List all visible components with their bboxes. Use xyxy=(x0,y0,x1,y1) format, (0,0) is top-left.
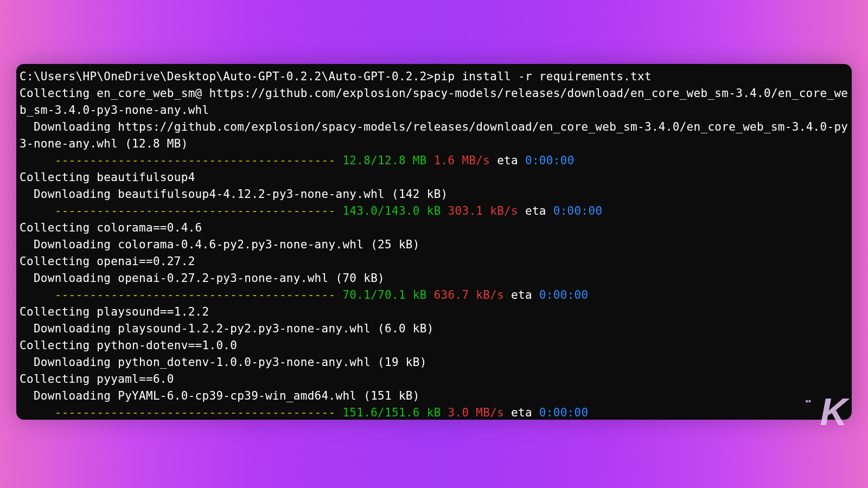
progress-bar: ---------------------------------------- xyxy=(20,204,342,217)
watermark-logo: ·· K xyxy=(820,397,847,427)
progress-speed: 3.0 MB/s xyxy=(448,406,505,419)
progress-speed: 636.7 kB/s xyxy=(434,288,504,301)
prompt-line: C:\Users\HP\OneDrive\Desktop\Auto-GPT-0.… xyxy=(20,68,848,85)
progress-bar: ---------------------------------------- xyxy=(20,154,342,167)
output-line: Downloading PyYAML-6.0-cp39-cp39-win_amd… xyxy=(20,388,848,404)
eta-label: eta xyxy=(511,288,532,301)
output-line: Collecting playsound==1.2.2 xyxy=(20,304,848,320)
progress-line: ----------------------------------------… xyxy=(20,404,848,420)
output-line: Downloading python_dotenv-1.0.0-py3-none… xyxy=(20,354,848,371)
output-line: Collecting openai==0.27.2 xyxy=(20,253,848,270)
progress-speed: 303.1 kB/s xyxy=(448,204,518,217)
progress-eta: 0:00:00 xyxy=(553,204,603,217)
output-line: Collecting pyyaml==6.0 xyxy=(20,371,848,388)
progress-bar: ---------------------------------------- xyxy=(20,406,342,419)
eta-label: eta xyxy=(497,154,518,167)
eta-label: eta xyxy=(525,204,546,217)
output-line: Downloading colorama-0.4.6-py2.py3-none-… xyxy=(20,236,848,253)
progress-size: 70.1/70.1 kB xyxy=(342,288,426,301)
progress-bar: ---------------------------------------- xyxy=(20,288,342,301)
progress-eta: 0:00:00 xyxy=(539,288,589,301)
watermark-letter: K xyxy=(820,391,847,433)
command-text: pip install -r requirements.txt xyxy=(434,70,652,83)
terminal-window[interactable]: C:\Users\HP\OneDrive\Desktop\Auto-GPT-0.… xyxy=(16,64,852,420)
eta-label: eta xyxy=(511,406,532,419)
progress-line: ----------------------------------------… xyxy=(20,203,848,220)
progress-eta: 0:00:00 xyxy=(525,154,575,167)
progress-size: 143.0/143.0 kB xyxy=(342,204,441,217)
output-line: Collecting en_core_web_sm@ https://githu… xyxy=(20,85,848,119)
output-line: Downloading openai-0.27.2-py3-none-any.w… xyxy=(20,270,848,287)
output-line: Downloading beautifulsoup4-4.12.2-py3-no… xyxy=(20,186,848,203)
output-line: Collecting beautifulsoup4 xyxy=(20,169,848,186)
progress-size: 12.8/12.8 MB xyxy=(342,154,426,167)
output-line: Downloading playsound-1.2.2-py2.py3-none… xyxy=(20,320,848,337)
progress-line: ----------------------------------------… xyxy=(20,152,848,169)
progress-eta: 0:00:00 xyxy=(539,406,589,419)
progress-line: ----------------------------------------… xyxy=(20,287,848,304)
progress-speed: 1.6 MB/s xyxy=(434,154,490,167)
output-line: Collecting colorama==0.4.6 xyxy=(20,220,848,236)
output-line: Downloading https://github.com/explosion… xyxy=(20,119,848,152)
progress-size: 151.6/151.6 kB xyxy=(342,406,441,419)
cwd-text: C:\Users\HP\OneDrive\Desktop\Auto-GPT-0.… xyxy=(20,70,434,83)
output-line: Collecting python-dotenv==1.0.0 xyxy=(20,337,848,354)
watermark-dots-icon: ·· xyxy=(805,396,810,407)
